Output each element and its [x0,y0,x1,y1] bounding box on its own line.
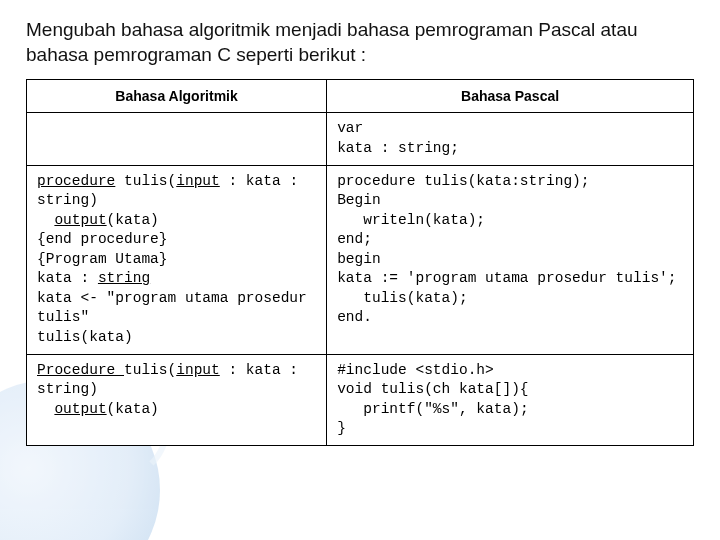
kw-output: output [54,212,106,228]
page-title: Mengubah bahasa algoritmik menjadi bahas… [26,18,694,67]
col-header-algoritmik: Bahasa Algoritmik [27,80,327,113]
kw-input: input [176,173,220,189]
text: tulis( [124,362,176,378]
kw-procedure: Procedure [37,362,124,378]
table-row: procedure tulis(input : kata : string) o… [27,165,694,354]
table-row: Procedure tulis(input : kata : string) o… [27,354,694,445]
text: {Program Utama} [37,251,168,267]
kw-string: string [98,270,150,286]
cell-pas-1: procedure tulis(kata:string); Begin writ… [327,165,694,354]
comparison-table: Bahasa Algoritmik Bahasa Pascal var kata… [26,79,694,445]
cell-alg-2: Procedure tulis(input : kata : string) o… [27,354,327,445]
text: kata : [37,270,98,286]
cell-pas-0: var kata : string; [327,113,694,165]
text: kata <- "program utama prosedur tulis" [37,290,315,326]
slide: Mengubah bahasa algoritmik menjadi bahas… [0,0,720,456]
kw-procedure: procedure [37,173,115,189]
cell-c-2: #include <stdio.h> void tulis(ch kata[])… [327,354,694,445]
text: {end procedure} [37,231,168,247]
kw-input: input [176,362,220,378]
cell-alg-1: procedure tulis(input : kata : string) o… [27,165,327,354]
table-row: var kata : string; [27,113,694,165]
text: tulis( [115,173,176,189]
text: (kata) [107,212,159,228]
kw-output: output [54,401,106,417]
table-header-row: Bahasa Algoritmik Bahasa Pascal [27,80,694,113]
col-header-pascal: Bahasa Pascal [327,80,694,113]
text: (kata) [107,401,159,417]
cell-alg-0 [27,113,327,165]
text: tulis(kata) [37,329,133,345]
